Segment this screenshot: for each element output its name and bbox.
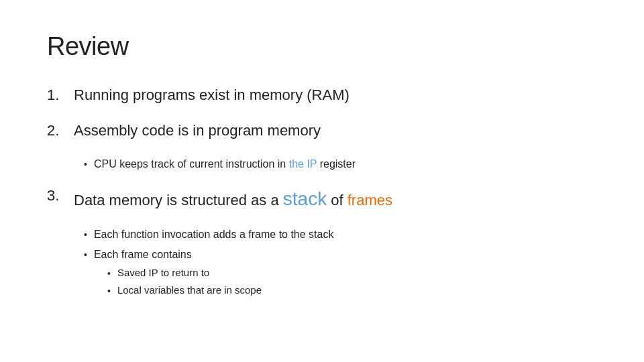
content-area: 1. Running programs exist in memory (RAM… <box>47 85 597 312</box>
list-item-3-main: 3. Data memory is structured as a stack … <box>47 186 597 212</box>
sub-text-3-1: Each function invocation adds a frame to… <box>94 227 334 243</box>
list-text-2: Assembly code is in program memory <box>74 121 321 141</box>
sub-text-3-2: Each frame contains <box>94 247 192 263</box>
frames-word: frames <box>347 192 392 208</box>
list-text-1: Running programs exist in memory (RAM) <box>74 85 350 106</box>
sub-sub-bullet-3-2-2: • Local variables that are in scope <box>107 283 597 298</box>
sub-sub-text-3-2-2: Local variables that are in scope <box>117 283 262 298</box>
sub-text-2-1: CPU keeps track of current instruction i… <box>94 156 356 172</box>
sub-bullet-3-2: • Each frame contains <box>84 247 597 263</box>
sub-bullet-2-1: • CPU keeps track of current instruction… <box>84 156 597 172</box>
list-item-1: 1. Running programs exist in memory (RAM… <box>47 85 597 106</box>
bullet-dot-2-1: • <box>84 159 87 170</box>
highlight-the: the <box>289 158 304 170</box>
sub-sub-text-3-2-1: Saved IP to return to <box>117 265 209 281</box>
slide: Review 1. Running programs exist in memo… <box>0 0 644 362</box>
list-item-2: 2. Assembly code is in program memory • … <box>47 121 597 172</box>
list-text-3: Data memory is structured as a stack of … <box>74 186 392 212</box>
bullet-dot-3-2: • <box>84 249 87 260</box>
bullet-dot-3-1: • <box>84 229 87 240</box>
sub-bullet-3-1: • Each function invocation adds a frame … <box>84 227 597 243</box>
slide-title: Review <box>47 32 597 61</box>
sub-sub-bullet-3-2-1: • Saved IP to return to <box>107 265 597 281</box>
list-number-1: 1. <box>47 85 74 104</box>
list-item-2-main: 2. Assembly code is in program memory <box>47 121 597 141</box>
bullet-dot-3-2-2: • <box>107 286 111 296</box>
list-number-2: 2. <box>47 121 74 139</box>
stack-word: stack <box>283 188 327 209</box>
list-number-3: 3. <box>47 186 74 204</box>
bullet-dot-3-2-1: • <box>107 268 111 279</box>
highlight-ip: IP <box>307 158 317 170</box>
list-item-3: 3. Data memory is structured as a stack … <box>47 186 597 298</box>
